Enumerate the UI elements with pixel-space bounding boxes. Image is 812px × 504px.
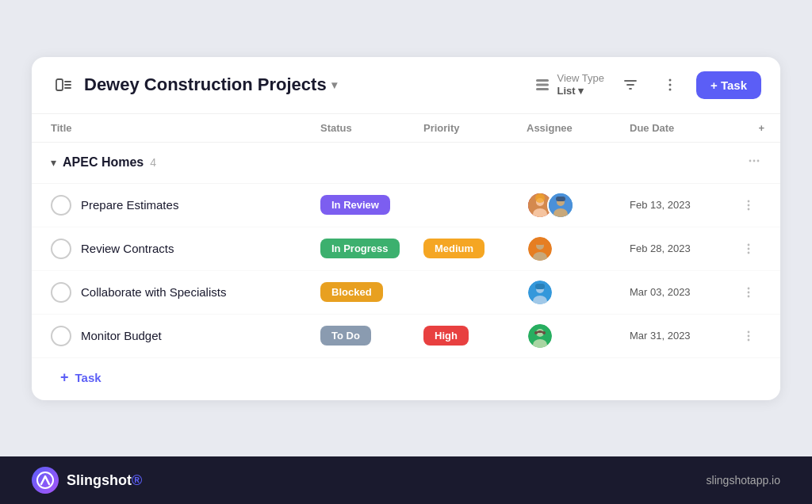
svg-rect-6	[536, 88, 549, 90]
svg-point-41	[534, 331, 538, 334]
filter-button[interactable]	[617, 71, 644, 98]
row-more-button[interactable]	[733, 329, 764, 343]
svg-point-29	[748, 247, 750, 250]
due-date: Feb 13, 2023	[630, 199, 733, 211]
sidebar-toggle-icon[interactable]	[51, 72, 76, 97]
assignee-cell	[527, 192, 630, 219]
status-badge: In Review	[320, 195, 390, 215]
svg-point-10	[749, 159, 752, 162]
svg-rect-4	[536, 79, 549, 82]
avatar	[527, 279, 553, 306]
group-title: APEC Homes	[63, 155, 144, 170]
header-left: Dewey Construction Projects ▾	[51, 72, 525, 97]
svg-point-46	[37, 472, 53, 488]
svg-point-22	[748, 204, 750, 206]
add-task-label[interactable]: Task	[75, 371, 102, 384]
task-status: In Review	[320, 195, 423, 215]
project-title[interactable]: Dewey Construction Projects ▾	[84, 74, 337, 95]
task-checkbox[interactable]	[51, 282, 71, 303]
task-title: Prepare Estimates	[81, 198, 178, 212]
col-due-date: Due Date	[630, 122, 733, 134]
svg-point-23	[748, 208, 750, 210]
task-status: In Progress	[320, 239, 423, 258]
more-options-button[interactable]	[657, 71, 684, 98]
svg-rect-27	[535, 240, 545, 245]
row-more-button[interactable]	[733, 285, 764, 300]
chevron-down-icon: ▾	[331, 78, 337, 91]
row-more-button[interactable]	[733, 242, 764, 256]
table-row: Monitor Budget To Do High	[32, 315, 780, 358]
task-priority: Medium	[423, 239, 527, 258]
col-add[interactable]: +	[733, 122, 764, 134]
due-date: Mar 03, 2023	[630, 286, 733, 298]
table-row: Prepare Estimates In Review	[32, 184, 780, 227]
due-date: Mar 31, 2023	[630, 330, 733, 342]
svg-point-11	[753, 159, 756, 162]
svg-rect-20	[556, 197, 565, 201]
table-row: Collaborate with Specialists Blocked Mar…	[32, 271, 780, 315]
svg-rect-5	[536, 84, 549, 86]
svg-point-43	[748, 330, 750, 333]
group-collapse-icon[interactable]: ▾	[51, 156, 56, 169]
main-card: Dewey Construction Projects ▾ View Type …	[32, 57, 780, 400]
group-more-button[interactable]	[747, 154, 761, 172]
svg-point-12	[757, 159, 760, 162]
svg-point-37	[748, 295, 750, 297]
svg-point-16	[535, 193, 545, 203]
task-title-cell: Review Contracts	[51, 239, 320, 259]
group-header: ▾ APEC Homes 4	[32, 143, 780, 184]
svg-point-30	[748, 251, 750, 254]
task-title: Collaborate with Specialists	[81, 285, 226, 299]
svg-point-44	[748, 334, 750, 337]
svg-rect-0	[56, 79, 63, 90]
task-title: Monitor Budget	[81, 329, 162, 342]
view-type-chevron-icon: ▾	[578, 85, 584, 97]
task-checkbox[interactable]	[51, 195, 71, 216]
table-row: Review Contracts In Progress Medium F	[32, 227, 780, 271]
avatar	[527, 323, 553, 349]
task-title-cell: Prepare Estimates	[51, 195, 320, 216]
avatar	[527, 235, 553, 262]
group-count: 4	[150, 156, 156, 169]
priority-badge: High	[423, 326, 469, 346]
svg-point-21	[748, 200, 750, 202]
svg-point-8	[668, 84, 671, 86]
svg-point-28	[748, 243, 750, 246]
footer-url: slingshotapp.io	[707, 474, 780, 487]
task-title-cell: Collaborate with Specialists	[51, 282, 320, 303]
col-status: Status	[320, 122, 423, 134]
view-type-text: View Type List ▾	[557, 72, 604, 97]
assignee-cell	[527, 323, 630, 349]
task-checkbox[interactable]	[51, 326, 71, 346]
add-task-row[interactable]: + Task	[32, 358, 780, 400]
task-checkbox[interactable]	[51, 239, 71, 259]
svg-point-35	[748, 287, 750, 289]
task-title-cell: Monitor Budget	[51, 326, 320, 346]
status-badge: In Progress	[320, 239, 400, 258]
add-column-button[interactable]: +	[758, 122, 764, 134]
avatar	[547, 192, 574, 219]
svg-point-45	[748, 338, 750, 341]
col-priority: Priority	[423, 122, 527, 134]
add-task-button[interactable]: + Task	[696, 71, 761, 99]
due-date: Feb 28, 2023	[630, 242, 733, 254]
col-title: Title	[51, 122, 320, 134]
row-more-button[interactable]	[733, 198, 764, 212]
view-type-button[interactable]: View Type List ▾	[534, 72, 604, 97]
assignee-cell	[527, 235, 630, 262]
footer-logo-text: Slingshot®	[67, 472, 142, 489]
table-header: Title Status Priority Assignee Due Date …	[32, 114, 780, 143]
task-priority: High	[423, 326, 527, 346]
card-header: Dewey Construction Projects ▾ View Type …	[32, 57, 780, 114]
priority-badge: Medium	[423, 239, 485, 258]
header-actions: View Type List ▾	[534, 71, 761, 99]
svg-rect-34	[535, 284, 545, 289]
task-status: To Do	[320, 326, 423, 346]
task-status: Blocked	[320, 282, 423, 302]
svg-point-9	[668, 89, 671, 91]
status-badge: To Do	[320, 326, 371, 346]
svg-point-36	[748, 291, 750, 293]
status-badge: Blocked	[320, 282, 383, 302]
assignee-cell	[527, 279, 630, 306]
slingshot-logo-icon	[32, 467, 59, 494]
